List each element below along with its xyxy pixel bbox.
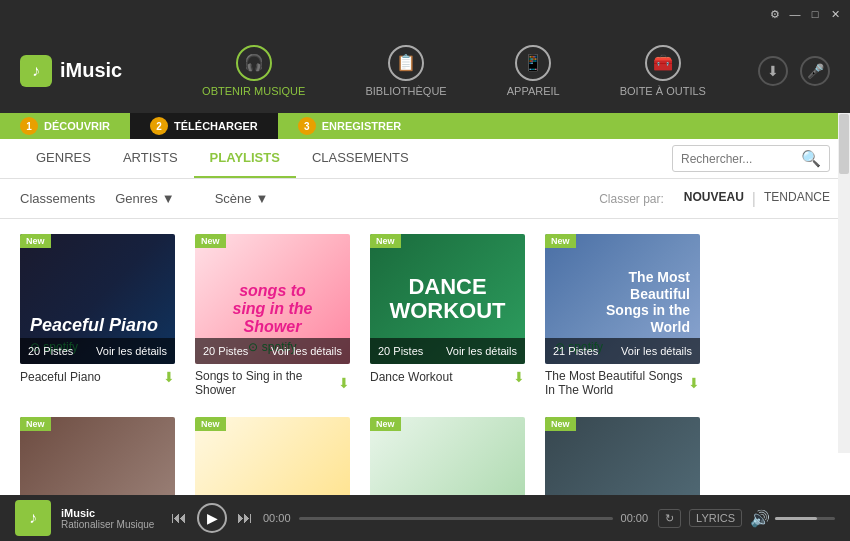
headphones-icon: 🎧	[236, 45, 272, 81]
maximize-icon[interactable]: □	[808, 7, 822, 21]
scrollbar[interactable]	[838, 113, 850, 453]
track-count: 20 Pistes	[28, 345, 73, 357]
subnav-enregistrer[interactable]: 3 ENREGISTRER	[278, 113, 421, 139]
tab-obtenir-musique[interactable]: 🎧 OBTENIR MUSIQUE	[172, 37, 335, 105]
download-button[interactable]: ⬇	[758, 56, 788, 86]
tab-boite[interactable]: 🧰 BOITE À OUTILS	[590, 37, 736, 105]
playlist-card-beautiful-songs[interactable]: New The MostBeautifulSongs in theWorld ⊙…	[545, 234, 700, 402]
device-icon: 📱	[515, 45, 551, 81]
scrollbar-thumb[interactable]	[839, 114, 849, 174]
sort-label: Classer par:	[599, 192, 664, 206]
filter-classements[interactable]: Classements	[20, 191, 95, 206]
player-info: iMusic Rationaliser Musique	[61, 507, 161, 530]
details-link-dance[interactable]: Voir les détails	[446, 345, 517, 357]
library-icon: 📋	[388, 45, 424, 81]
volume-bar[interactable]	[775, 517, 835, 520]
close-icon[interactable]: ✕	[828, 7, 842, 21]
search-icon: 🔍	[801, 149, 821, 168]
enregistrer-badge: 3	[298, 117, 316, 135]
filter-genres[interactable]: Genres ▼	[115, 191, 175, 206]
playlist-thumb-beautiful: New The MostBeautifulSongs in theWorld ⊙…	[545, 234, 700, 364]
tab-bibliotheque-label: BIBLIOTHÈQUE	[365, 85, 446, 97]
tab-obtenir-label: OBTENIR MUSIQUE	[202, 85, 305, 97]
nav-genres[interactable]: GENRES	[20, 139, 107, 178]
download-icon-dance[interactable]: ⬇	[513, 369, 525, 385]
player-subtitle: Rationaliser Musique	[61, 519, 161, 530]
content-nav: GENRES ARTISTS PLAYLISTS CLASSEMENTS 🔍	[0, 139, 850, 179]
download-icon-peaceful[interactable]: ⬇	[163, 369, 175, 385]
tab-boite-label: BOITE À OUTILS	[620, 85, 706, 97]
scene-arrow-icon: ▼	[256, 191, 269, 206]
main-nav: 🎧 OBTENIR MUSIQUE 📋 BIBLIOTHÈQUE 📱 APPAR…	[150, 37, 758, 105]
details-link-shower[interactable]: Voir les détails	[271, 345, 342, 357]
sort-tendance[interactable]: TENDANCE	[764, 190, 830, 208]
search-box[interactable]: 🔍	[672, 145, 830, 172]
app-title: iMusic	[60, 59, 122, 82]
tab-appareil-label: APPAREIL	[507, 85, 560, 97]
track-count-dance: 20 Pistes	[378, 345, 423, 357]
new-badge: New	[20, 234, 51, 248]
minimize-icon[interactable]: —	[788, 7, 802, 21]
playlist-thumb-peaceful: New Peaceful Piano ⊙ spotify 20 Pistes V…	[20, 234, 175, 364]
filter-scene[interactable]: Scène ▼	[215, 191, 269, 206]
playlist-footer-dance: 20 Pistes Voir les détails	[370, 338, 525, 364]
volume-icon: 🔊	[750, 509, 770, 528]
mic-button[interactable]: 🎤	[800, 56, 830, 86]
playlist-info-beautiful: The Most Beautiful Songs In The World ⬇	[545, 364, 700, 402]
player-bar: ♪ iMusic Rationaliser Musique ⏮ ▶ ⏭ 00:0…	[0, 495, 850, 541]
tab-appareil[interactable]: 📱 APPAREIL	[477, 37, 590, 105]
sort-options: NOUVEAU | TENDANCE	[684, 190, 830, 208]
repeat-button[interactable]: ↻	[658, 509, 681, 528]
settings-icon[interactable]: ⚙	[768, 7, 782, 21]
app-logo: ♪ iMusic	[20, 55, 150, 87]
playlist-card-peaceful-piano[interactable]: New Peaceful Piano ⊙ spotify 20 Pistes V…	[20, 234, 175, 402]
progress-bar[interactable]	[299, 517, 613, 520]
thumb-title-shower: songs tosing in theShower	[205, 282, 340, 336]
player-thumbnail: ♪	[15, 500, 51, 536]
download-icon-shower[interactable]: ⬇	[338, 375, 350, 391]
lyrics-button[interactable]: LYRICS	[689, 509, 742, 527]
playlist-card-songs-shower[interactable]: New songs tosing in theShower ⊙ spotify …	[195, 234, 350, 402]
prev-button[interactable]: ⏮	[171, 509, 187, 527]
time-start: 00:00	[263, 512, 291, 524]
telecharger-label: TÉLÉCHARGER	[174, 120, 258, 132]
playlist-title-beautiful: The Most Beautiful Songs In The World	[545, 369, 688, 397]
playlist-footer-shower: 20 Pistes Voir les détails	[195, 338, 350, 364]
header-actions: ⬇ 🎤	[758, 56, 830, 86]
playlist-info-dance: Dance Workout ⬇	[370, 364, 525, 390]
toolbox-icon: 🧰	[645, 45, 681, 81]
subnav-decouvrir[interactable]: 1 DÉCOUVRIR	[0, 113, 130, 139]
playlist-thumb-dance: New DANCEWORKOUT 20 Pistes Voir les déta…	[370, 234, 525, 364]
new-badge-beautiful: New	[545, 234, 576, 248]
play-button[interactable]: ▶	[197, 503, 227, 533]
player-controls: ⏮ ▶ ⏭	[171, 503, 253, 533]
new-badge-road: New	[195, 417, 226, 431]
new-badge-shower: New	[195, 234, 226, 248]
nav-artists[interactable]: ARTISTS	[107, 139, 194, 178]
playlist-card-dance-workout[interactable]: New DANCEWORKOUT 20 Pistes Voir les déta…	[370, 234, 525, 402]
playlist-row-1: New Peaceful Piano ⊙ spotify 20 Pistes V…	[20, 234, 830, 402]
main-content: New Peaceful Piano ⊙ spotify 20 Pistes V…	[0, 219, 850, 541]
download-icon-beautiful[interactable]: ⬇	[688, 375, 700, 391]
new-badge-dance: New	[370, 234, 401, 248]
decouvrir-badge: 1	[20, 117, 38, 135]
new-badge-wake: New	[545, 417, 576, 431]
nav-playlists[interactable]: PLAYLISTS	[194, 139, 296, 178]
new-badge-kids: New	[370, 417, 401, 431]
search-input[interactable]	[681, 152, 801, 166]
track-count-beautiful: 21 Pistes	[553, 345, 598, 357]
window-controls: ⚙ — □ ✕	[768, 7, 842, 21]
details-link[interactable]: Voir les détails	[96, 345, 167, 357]
sort-nouveau[interactable]: NOUVEAU	[684, 190, 744, 208]
details-link-beautiful[interactable]: Voir les détails	[621, 345, 692, 357]
tab-bibliotheque[interactable]: 📋 BIBLIOTHÈQUE	[335, 37, 476, 105]
time-end: 00:00	[621, 512, 649, 524]
volume-fill	[775, 517, 817, 520]
playlist-info-peaceful: Peaceful Piano ⬇	[20, 364, 175, 390]
subnav-telecharger[interactable]: 2 TÉLÉCHARGER	[130, 113, 278, 139]
nav-classements[interactable]: CLASSEMENTS	[296, 139, 425, 178]
next-button[interactable]: ⏭	[237, 509, 253, 527]
player-title: iMusic	[61, 507, 161, 519]
playlist-title-peaceful: Peaceful Piano	[20, 370, 163, 384]
header: ♪ iMusic 🎧 OBTENIR MUSIQUE 📋 BIBLIOTHÈQU…	[0, 28, 850, 113]
